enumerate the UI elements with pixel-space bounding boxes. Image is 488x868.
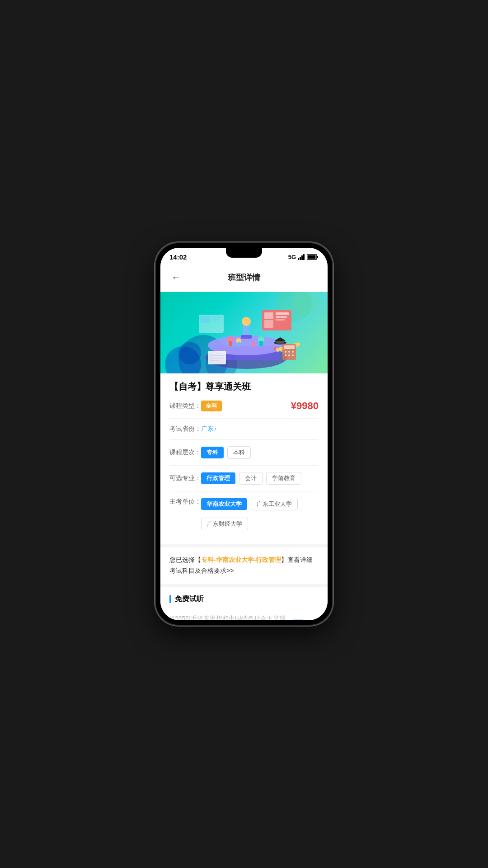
- header: ← 班型详情: [160, 264, 328, 292]
- major-tags: 行政管理 会计 学前教育: [201, 472, 319, 485]
- status-time: 14:02: [169, 253, 187, 261]
- svg-rect-21: [252, 342, 255, 347]
- phone-screen: 14:02 5G ← 班型详情: [160, 248, 328, 620]
- svg-point-14: [242, 317, 251, 326]
- svg-rect-23: [259, 341, 263, 346]
- svg-rect-26: [276, 312, 289, 315]
- divider-3: [169, 465, 319, 466]
- level-tag-zhuanke[interactable]: 专科: [201, 447, 224, 458]
- level-tag-benke[interactable]: 本科: [227, 446, 251, 459]
- svg-rect-47: [208, 351, 226, 364]
- divider-2: [169, 439, 319, 440]
- major-tag-xingzheng[interactable]: 行政管理: [201, 472, 235, 484]
- province-value: 广东: [201, 425, 214, 433]
- level-tags: 专科 本科: [201, 446, 319, 459]
- province-content: 广东 ›: [201, 425, 319, 433]
- major-label: 可选专业：: [169, 474, 201, 482]
- signal-icon: [298, 254, 305, 260]
- school-tag-caijing[interactable]: 广东财经大学: [201, 518, 248, 530]
- level-row: 课程层次： 专科 本科: [169, 446, 319, 459]
- status-icons: 5G: [288, 254, 319, 260]
- back-button[interactable]: ←: [169, 270, 183, 285]
- selection-highlight: 专科-华南农业大学-行政管理: [201, 556, 281, 563]
- svg-rect-27: [276, 316, 287, 318]
- svg-point-43: [292, 354, 294, 356]
- svg-rect-3: [303, 254, 305, 260]
- battery-icon: [307, 254, 319, 260]
- major-row: 可选专业： 行政管理 会计 学前教育: [169, 472, 319, 485]
- svg-rect-0: [298, 258, 299, 260]
- province-row: 考试省份： 广东 ›: [169, 425, 319, 433]
- province-label: 考试省份：: [169, 425, 201, 433]
- trial-section: 免费试听 [12656]毛泽东思想和中国特色社会主义理论... 试听: [160, 584, 328, 620]
- svg-rect-15: [241, 335, 252, 339]
- notch: [226, 248, 262, 258]
- type-tag: 全科: [201, 401, 222, 411]
- svg-rect-28: [276, 319, 285, 321]
- selection-text: 您已选择【专科-华南农业大学-行政管理】查看详细考试科目及合格要求>>: [169, 555, 319, 576]
- divider-4: [169, 491, 319, 491]
- banner-illustration: [160, 292, 328, 373]
- phone-frame: 14:02 5G ← 班型详情: [156, 243, 332, 625]
- svg-rect-29: [264, 320, 273, 328]
- page-title: 班型详情: [228, 272, 260, 283]
- selection-prefix: 您已选择【: [169, 556, 201, 563]
- svg-point-39: [288, 351, 290, 353]
- divider-1: [169, 418, 319, 419]
- content-card: 【自考】尊享通关班 课程类型： 全科 ¥9980 考试省份： 广东: [160, 373, 328, 544]
- svg-rect-19: [237, 342, 240, 347]
- bottom-fade: [169, 607, 319, 620]
- svg-rect-31: [201, 316, 210, 323]
- svg-rect-25: [264, 312, 273, 319]
- chevron-icon: ›: [215, 426, 216, 432]
- major-tag-kuaiji[interactable]: 会计: [239, 472, 263, 485]
- province-link[interactable]: 广东 ›: [201, 425, 216, 433]
- heading-bar: [169, 595, 171, 603]
- level-label: 课程层次：: [169, 448, 201, 457]
- type-content: 全科: [201, 401, 291, 411]
- svg-point-40: [292, 351, 294, 353]
- svg-rect-1: [300, 257, 301, 260]
- svg-rect-17: [229, 341, 232, 346]
- svg-point-38: [285, 351, 286, 353]
- school-row: 主考单位： 华南农业大学 广东工业大学 广东财经大学: [169, 498, 319, 530]
- course-type-row: 课程类型： 全科 ¥9980: [169, 400, 319, 412]
- svg-rect-32: [211, 316, 222, 318]
- school-tag-gongye[interactable]: 广东工业大学: [251, 498, 298, 510]
- svg-rect-33: [211, 319, 219, 321]
- type-label: 课程类型：: [169, 402, 201, 410]
- course-title: 【自考】尊享通关班: [169, 381, 319, 393]
- scroll-content: 【自考】尊享通关班 课程类型： 全科 ¥9980 考试省份： 广东: [160, 292, 328, 620]
- school-label: 主考单位：: [169, 498, 201, 506]
- course-banner: [160, 292, 328, 373]
- school-tag-huanan[interactable]: 华南农业大学: [201, 498, 247, 510]
- svg-rect-6: [308, 255, 316, 259]
- price: ¥9980: [291, 400, 319, 412]
- network-icon: 5G: [288, 254, 296, 260]
- school-tags: 华南农业大学 广东工业大学 广东财经大学: [201, 498, 319, 530]
- trial-heading: 免费试听: [169, 594, 319, 604]
- svg-rect-2: [301, 255, 303, 260]
- major-tag-xueqian[interactable]: 学前教育: [266, 472, 301, 485]
- svg-point-41: [285, 354, 286, 356]
- svg-rect-5: [317, 256, 319, 258]
- svg-rect-37: [284, 345, 295, 349]
- svg-point-42: [288, 354, 290, 356]
- trial-heading-text: 免费试听: [175, 594, 204, 604]
- selection-info-section[interactable]: 您已选择【专科-华南农业大学-行政管理】查看详细考试科目及合格要求>>: [160, 544, 328, 584]
- svg-marker-46: [275, 337, 286, 341]
